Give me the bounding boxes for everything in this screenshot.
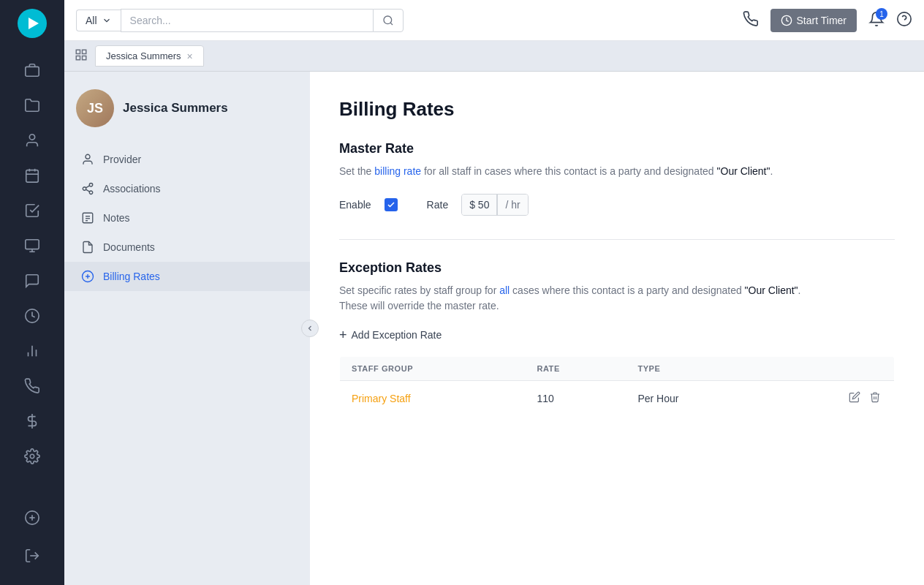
tab-grid-button[interactable]: [70, 44, 92, 68]
help-button[interactable]: [896, 11, 912, 29]
profile-name: Jessica Summers: [123, 101, 228, 116]
sidebar-item-documents[interactable]: Documents: [64, 233, 310, 262]
left-nav: [0, 0, 64, 585]
nav-icon-calendar[interactable]: [0, 158, 64, 193]
billing-icon: [81, 270, 94, 283]
main-content: Billing Rates Master Rate Set the billin…: [310, 72, 924, 585]
section-divider: [339, 239, 895, 240]
rate-suffix: / hr: [497, 195, 527, 215]
nav-icon-add[interactable]: [0, 500, 64, 535]
cell-staff-group: Primary Staff: [340, 381, 526, 416]
svg-rect-0: [26, 67, 39, 76]
nav-icon-phone-log[interactable]: [0, 369, 64, 404]
search-input[interactable]: [121, 9, 373, 32]
svg-point-29: [83, 187, 86, 191]
sidebar-item-notes[interactable]: Notes: [64, 203, 310, 233]
cell-rate: 110: [525, 381, 626, 416]
svg-point-21: [898, 12, 911, 26]
table-header: Staff Group Rate Type: [340, 357, 895, 381]
edit-icon: [849, 391, 860, 403]
tab-close-button[interactable]: ×: [187, 51, 193, 61]
delete-row-button[interactable]: [868, 390, 882, 407]
nav-icon-contacts[interactable]: [0, 123, 64, 158]
svg-rect-33: [83, 213, 93, 223]
nav-icon-messages[interactable]: [0, 263, 64, 298]
tab-jessica-summers[interactable]: Jessica Summers ×: [95, 45, 204, 67]
sidebar-item-documents-label: Documents: [103, 241, 155, 253]
nav-icon-reports[interactable]: [0, 333, 64, 369]
svg-point-30: [89, 191, 93, 195]
avatar: JS: [76, 89, 114, 127]
rate-input-wrap: $ 50 / hr: [461, 194, 528, 216]
enable-label: Enable: [339, 199, 371, 211]
master-rate-title: Master Rate: [339, 141, 895, 156]
nav-icon-settings[interactable]: [0, 439, 64, 474]
document-icon: [81, 241, 94, 254]
nav-icon-tasks[interactable]: [0, 193, 64, 228]
start-timer-button[interactable]: Start Timer: [770, 9, 857, 32]
enable-group: Enable: [339, 198, 398, 211]
svg-rect-6: [26, 240, 39, 249]
nav-bottom: [0, 500, 64, 585]
rate-label: Rate: [427, 199, 449, 211]
sidebar-item-provider-label: Provider: [103, 154, 141, 165]
nav-icon-lightning[interactable]: [0, 298, 64, 333]
search-filter-dropdown[interactable]: All: [76, 10, 121, 31]
col-header-actions: [766, 357, 894, 381]
search-filter-label: All: [86, 15, 97, 26]
add-icon: +: [339, 328, 347, 341]
sidebar-item-billing-rates-label: Billing Rates: [103, 271, 160, 282]
page-title: Billing Rates: [339, 98, 895, 121]
cell-actions: [766, 381, 894, 416]
svg-rect-2: [26, 170, 39, 183]
rate-group: Rate $ 50 / hr: [427, 194, 529, 216]
notifications-button[interactable]: 1: [868, 11, 885, 29]
person-icon: [81, 153, 94, 166]
exception-rates-quoted: "Our Client": [745, 284, 798, 296]
start-timer-label: Start Timer: [797, 15, 847, 26]
sidebar-item-notes-label: Notes: [103, 212, 130, 224]
sidebar-item-provider[interactable]: Provider: [64, 145, 310, 174]
svg-point-18: [384, 16, 392, 24]
svg-rect-25: [76, 56, 80, 60]
sidebar-item-billing-rates[interactable]: Billing Rates: [64, 262, 310, 291]
svg-rect-23: [76, 50, 80, 53]
sidebar-item-associations[interactable]: Associations: [64, 174, 310, 203]
nav-icon-monitor[interactable]: [0, 228, 64, 263]
app-logo[interactable]: [0, 0, 64, 47]
exception-rates-desc-line2: These will override the master rate.: [339, 300, 499, 312]
nav-icon-cases[interactable]: [0, 53, 64, 88]
tab-label: Jessica Summers: [106, 50, 181, 61]
svg-point-1: [29, 135, 34, 140]
add-exception-rate-button[interactable]: + Add Exception Rate: [339, 328, 442, 341]
search-button[interactable]: [373, 9, 404, 32]
edit-row-button[interactable]: [847, 390, 862, 407]
enable-checkbox[interactable]: [385, 198, 398, 211]
sidebar-collapse-button[interactable]: [301, 320, 319, 337]
phone-button[interactable]: [743, 11, 759, 29]
add-exception-rate-label: Add Exception Rate: [352, 329, 442, 341]
nav-icon-billing[interactable]: [0, 404, 64, 439]
nav-icon-folders[interactable]: [0, 88, 64, 123]
nav-icons: [0, 47, 64, 500]
exception-rates-title: Exception Rates: [339, 260, 895, 276]
exception-rates-desc: Set specific rates by staff group for al…: [339, 283, 895, 314]
sidebar-nav: Provider Associations Notes Documents: [64, 139, 310, 297]
table-body: Primary Staff 110 Per Hour: [340, 381, 895, 416]
sidebar-item-associations-label: Associations: [103, 183, 161, 195]
main-area: All Start Timer 1: [64, 0, 924, 585]
master-rate-desc-link: billing rate: [374, 165, 421, 177]
sidebar: JS Jessica Summers Provider Associations…: [64, 72, 310, 585]
svg-rect-24: [83, 50, 86, 53]
associations-icon: [81, 182, 94, 195]
svg-line-32: [86, 186, 89, 188]
svg-point-28: [89, 184, 93, 187]
exception-rates-link: all: [499, 284, 510, 296]
row-actions: [778, 390, 882, 407]
trash-icon: [869, 391, 881, 403]
notes-icon: [81, 211, 94, 224]
svg-line-31: [86, 189, 89, 192]
top-bar-actions: Start Timer 1: [743, 9, 912, 32]
nav-icon-logout[interactable]: [0, 538, 64, 573]
top-bar: All Start Timer 1: [64, 0, 924, 41]
